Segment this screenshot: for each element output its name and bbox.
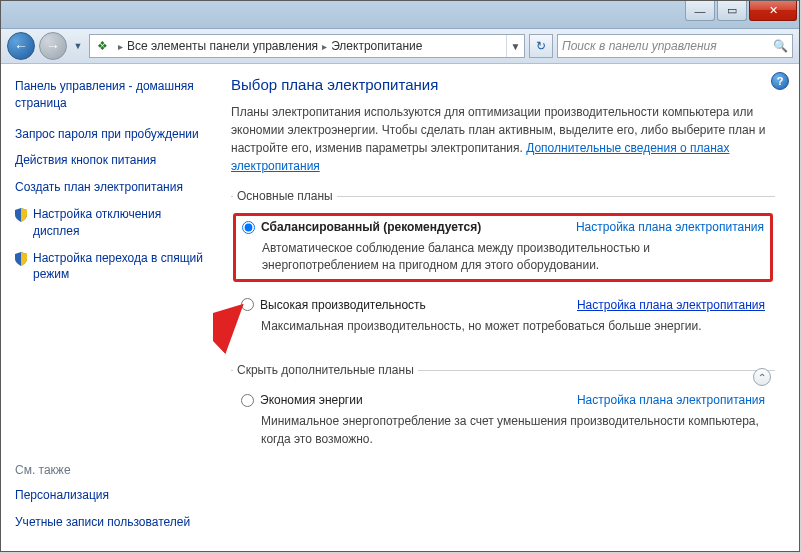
forward-button[interactable]: →: [39, 32, 67, 60]
plan-balanced: Сбалансированный (рекомендуется) Настрой…: [233, 213, 773, 282]
plan-high-perf-name: Высокая производительность: [260, 298, 426, 312]
plan-balanced-name: Сбалансированный (рекомендуется): [261, 220, 481, 234]
power-options-window: — ▭ ✕ ← → ▼ ❖ ▸ Все элементы панели упра…: [0, 0, 800, 552]
plan-power-saver-name: Экономия энергии: [260, 393, 363, 407]
plan-power-saver-desc: Минимальное энергопотребление за счет ум…: [261, 413, 765, 448]
sidebar-link-display-off[interactable]: Настройка отключения дисплея: [15, 206, 203, 240]
sidebar-item-label: Настройка отключения дисплея: [33, 206, 203, 240]
intro-text: Планы электропитания используются для оп…: [231, 103, 775, 175]
search-input[interactable]: Поиск в панели управления 🔍: [557, 34, 793, 58]
sidebar-link-user-accounts[interactable]: Учетные записи пользователей: [15, 514, 203, 531]
shield-icon: [15, 252, 27, 271]
plan-power-saver-radio[interactable]: [241, 394, 254, 407]
plan-power-saver: Экономия энергии Настройка плана электро…: [233, 387, 773, 454]
sidebar: Панель управления - домашняя страница За…: [1, 64, 213, 551]
search-placeholder: Поиск в панели управления: [562, 39, 717, 53]
address-bar[interactable]: ❖ ▸ Все элементы панели управления ▸ Эле…: [89, 34, 525, 58]
sidebar-item-label: Настройка перехода в спящий режим: [33, 250, 203, 284]
refresh-button[interactable]: ↻: [529, 34, 553, 58]
breadcrumb-part-all-items[interactable]: Все элементы панели управления: [127, 39, 318, 53]
breadcrumb-sep-icon: ▸: [318, 41, 331, 52]
collapse-button[interactable]: ⌃: [753, 368, 771, 386]
plan-high-perf-desc: Максимальная производительность, но може…: [261, 318, 765, 335]
sidebar-link-password[interactable]: Запрос пароля при пробуждении: [15, 126, 203, 143]
plan-high-perf: Высокая производительность Настройка пла…: [233, 292, 773, 341]
plan-high-perf-settings-link[interactable]: Настройка плана электропитания: [577, 298, 765, 312]
sidebar-home-link[interactable]: Панель управления - домашняя страница: [15, 78, 203, 112]
maximize-button[interactable]: ▭: [717, 1, 747, 21]
titlebar: — ▭ ✕: [1, 1, 799, 29]
main-plans-fieldset: Основные планы Сбалансированный (рекомен…: [231, 189, 775, 357]
nav-history-drop[interactable]: ▼: [71, 41, 85, 51]
sidebar-link-personalization[interactable]: Персонализация: [15, 487, 203, 504]
body: Панель управления - домашняя страница За…: [1, 64, 799, 551]
svg-line-0: [213, 312, 235, 348]
sidebar-link-buttons[interactable]: Действия кнопок питания: [15, 152, 203, 169]
sidebar-see-also-label: См. также: [15, 463, 203, 477]
plan-power-saver-settings-link[interactable]: Настройка плана электропитания: [577, 393, 765, 407]
extra-plans-fieldset: Скрыть дополнительные планы ⌃ Экономия э…: [231, 363, 775, 470]
extra-plans-legend: Скрыть дополнительные планы: [233, 363, 418, 377]
sidebar-link-sleep[interactable]: Настройка перехода в спящий режим: [15, 250, 203, 284]
breadcrumb-part-power[interactable]: Электропитание: [331, 39, 422, 53]
plan-balanced-desc: Автоматическое соблюдение баланса между …: [262, 240, 764, 275]
page-title: Выбор плана электропитания: [231, 76, 775, 93]
plan-high-perf-radio[interactable]: [241, 298, 254, 311]
help-icon[interactable]: ?: [771, 72, 789, 90]
main-plans-legend: Основные планы: [233, 189, 337, 203]
close-button[interactable]: ✕: [749, 1, 797, 21]
minimize-button[interactable]: —: [685, 1, 715, 21]
content-panel: ? Выбор плана электропитания Планы элект…: [213, 64, 799, 551]
back-button[interactable]: ←: [7, 32, 35, 60]
address-dropdown-icon[interactable]: ▼: [506, 35, 524, 57]
control-panel-icon: ❖: [94, 38, 110, 54]
navbar: ← → ▼ ❖ ▸ Все элементы панели управления…: [1, 29, 799, 64]
plan-balanced-settings-link[interactable]: Настройка плана электропитания: [576, 220, 764, 234]
search-icon: 🔍: [773, 39, 788, 53]
shield-icon: [15, 208, 27, 227]
plan-balanced-radio[interactable]: [242, 221, 255, 234]
breadcrumb-sep-icon: ▸: [114, 41, 127, 52]
sidebar-link-create-plan[interactable]: Создать план электропитания: [15, 179, 203, 196]
